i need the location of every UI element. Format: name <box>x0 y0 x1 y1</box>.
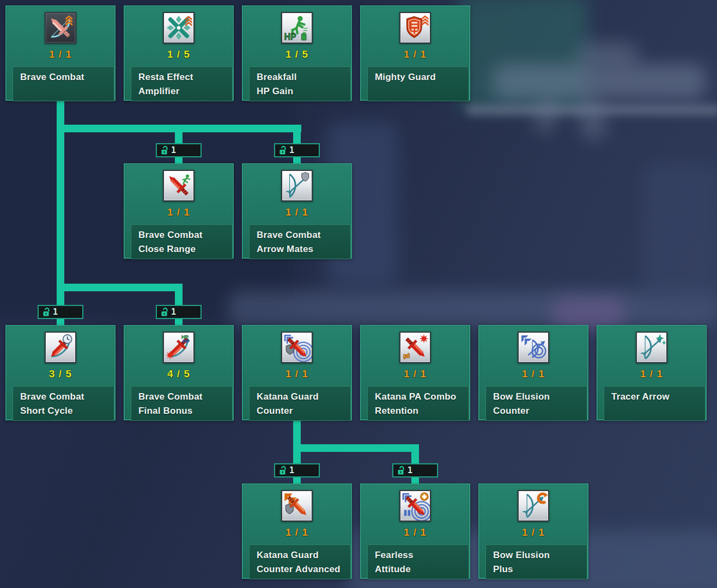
skill-name-plate: Mighty Guard <box>367 66 469 101</box>
brave-combat-arrow-mates-icon <box>281 170 313 201</box>
skill-name-plate: FearlessAttitude <box>367 544 469 579</box>
fearless-attitude-icon <box>399 490 431 522</box>
unlock-requirement-badge: 1 <box>156 305 202 319</box>
skill-name-plate: Katana PA ComboRetention <box>367 386 469 421</box>
skill-name-line: HP Gain <box>257 84 350 99</box>
skill-node-bow-elusion-counter[interactable]: 1 / 1 Bow ElusionCounter <box>478 325 588 420</box>
skill-node-resta-effect-amplifier[interactable]: 1 / 5 Resta EffectAmplifier <box>124 5 234 101</box>
unlock-requirement-badge: 1 <box>38 305 83 319</box>
skill-name-line: Final Bonus <box>138 404 232 418</box>
skill-level: 4 / 5 <box>125 368 233 380</box>
skill-level: 1 / 1 <box>361 526 469 538</box>
skill-node-mighty-guard[interactable]: 1 / 1 Mighty Guard <box>360 5 470 101</box>
skill-tree-screen: { "screen": {"title": "skill-tree"}, "co… <box>0 0 717 588</box>
connector-line <box>57 125 301 132</box>
unlock-requirement-badge: 1 <box>274 463 320 477</box>
skill-name-plate: Brave CombatShort Cycle <box>13 386 114 421</box>
brave-combat-final-bonus-icon: HP PP <box>163 332 195 363</box>
skill-node-katana-pa-combo-retention[interactable]: ≠ 1 / 1 Katana PA ComboRetention <box>360 325 470 420</box>
unlock-icon <box>279 146 287 155</box>
unlock-requirement-badge: 1 <box>392 463 438 477</box>
skill-name-plate: Brave Combat <box>13 66 114 101</box>
svg-text:PP: PP <box>183 339 190 344</box>
mighty-guard-icon <box>399 12 431 44</box>
unlock-requirement-value: 1 <box>289 146 294 155</box>
skill-name-line: Counter <box>257 404 350 418</box>
skill-name-plate: Katana GuardCounter Advanced <box>249 544 351 579</box>
tracer-arrow-icon <box>636 332 667 363</box>
skill-level: 1 / 5 <box>125 48 233 60</box>
skill-node-katana-guard-counter-advanced[interactable]: 1 / 1 Katana GuardCounter Advanced <box>242 483 352 579</box>
katana-guard-counter-icon <box>281 332 313 363</box>
skill-node-tracer-arrow[interactable]: 1 / 1 Tracer Arrow <box>597 325 707 420</box>
skill-level: 1 / 1 <box>361 48 469 60</box>
skill-name-line: Attitude <box>375 562 469 577</box>
skill-node-bow-elusion-plus[interactable]: 1 / 1 Bow ElusionPlus <box>478 483 588 579</box>
connector-line <box>293 444 419 452</box>
skill-name-line: Plus <box>493 562 587 577</box>
svg-text:≠: ≠ <box>402 350 411 362</box>
connector-line <box>293 419 301 445</box>
unlock-requirement-value: 1 <box>171 308 176 316</box>
skill-name-line: Counter Advanced <box>257 562 350 577</box>
skill-node-fearless-attitude[interactable]: 1 / 1 FearlessAttitude <box>360 483 470 579</box>
skill-name-plate: Brave CombatClose Range <box>131 224 233 259</box>
bow-elusion-plus-icon <box>518 490 549 522</box>
skill-level: 1 / 1 <box>598 368 706 380</box>
skill-level: 1 / 5 <box>243 48 351 60</box>
katana-pa-combo-retention-icon: ≠ <box>399 332 431 363</box>
unlock-requirement-value: 1 <box>171 146 176 155</box>
unlock-icon <box>161 146 168 155</box>
skill-name-line: Brave Combat <box>20 70 114 84</box>
unlock-requirement-badge: 1 <box>274 143 320 157</box>
skill-name-plate: Katana GuardCounter <box>249 386 351 421</box>
skill-name-line: Mighty Guard <box>375 70 469 84</box>
skill-node-brave-combat-short-cycle[interactable]: 3 / 5 Brave CombatShort Cycle <box>5 325 116 420</box>
skill-tree-stage: 1 1 1 1 1 1 1 / 1 Brave Combat 1 / 5 Res… <box>0 0 717 588</box>
connector-line <box>57 100 64 326</box>
skill-node-brave-combat-arrow-mates[interactable]: 1 / 1 Brave CombatArrow Mates <box>242 163 352 259</box>
unlock-icon <box>161 308 168 317</box>
skill-level: 1 / 1 <box>361 368 469 380</box>
unlock-requirement-value: 1 <box>289 467 294 475</box>
skill-name-plate: Brave CombatFinal Bonus <box>131 386 233 421</box>
skill-name-line: Counter <box>493 404 587 418</box>
svg-text:HP: HP <box>284 32 296 41</box>
skill-level: 1 / 1 <box>243 206 351 218</box>
skill-name-line: Bow Elusion <box>493 548 587 562</box>
unlock-requirement-value: 1 <box>53 308 58 316</box>
skill-name-plate: Bow ElusionCounter <box>485 386 587 421</box>
skill-level: 1 / 1 <box>243 526 351 538</box>
skill-name-plate: Bow ElusionPlus <box>485 544 587 579</box>
brave-combat-short-cycle-icon <box>45 332 76 363</box>
skill-level: 1 / 1 <box>479 526 587 538</box>
skill-name-line: Close Range <box>138 242 232 256</box>
skill-name-line: Brave Combat <box>20 390 114 404</box>
skill-name-line: Tracer Arrow <box>611 390 705 404</box>
bow-elusion-counter-icon <box>518 332 549 363</box>
skill-name-plate: Brave CombatArrow Mates <box>249 224 351 259</box>
skill-node-brave-combat-final-bonus[interactable]: HP PP 4 / 5 Brave CombatFinal Bonus <box>124 325 234 420</box>
skill-name-line: Resta Effect <box>138 70 232 84</box>
resta-effect-amplifier-icon <box>163 12 195 44</box>
skill-name-line: Retention <box>375 404 469 418</box>
unlock-icon <box>279 466 287 475</box>
skill-name-line: Fearless <box>375 548 469 562</box>
skill-level: 1 / 1 <box>243 368 351 380</box>
skill-node-brave-combat-close-range[interactable]: 1 / 1 Brave CombatClose Range <box>124 163 234 259</box>
skill-name-line: Breakfall <box>257 70 350 84</box>
skill-node-katana-guard-counter[interactable]: 1 / 1 Katana GuardCounter <box>242 325 352 420</box>
skill-name-line: Brave Combat <box>138 228 232 242</box>
skill-node-brave-combat[interactable]: 1 / 1 Brave Combat <box>5 5 116 101</box>
skill-level: 1 / 1 <box>125 206 233 218</box>
skill-name-line: Bow Elusion <box>493 390 587 404</box>
skill-name-line: Katana Guard <box>257 548 350 562</box>
connector-line <box>57 284 183 291</box>
skill-level: 3 / 5 <box>7 368 114 380</box>
brave-combat-close-range-icon <box>163 170 195 201</box>
skill-node-breakfall-hp-gain[interactable]: HP 1 / 5 BreakfallHP Gain <box>242 5 352 101</box>
skill-name-line: Short Cycle <box>20 404 114 418</box>
katana-guard-counter-advanced-icon <box>281 490 313 522</box>
unlock-requirement-badge: 1 <box>156 143 202 157</box>
brave-combat-icon <box>45 12 76 44</box>
